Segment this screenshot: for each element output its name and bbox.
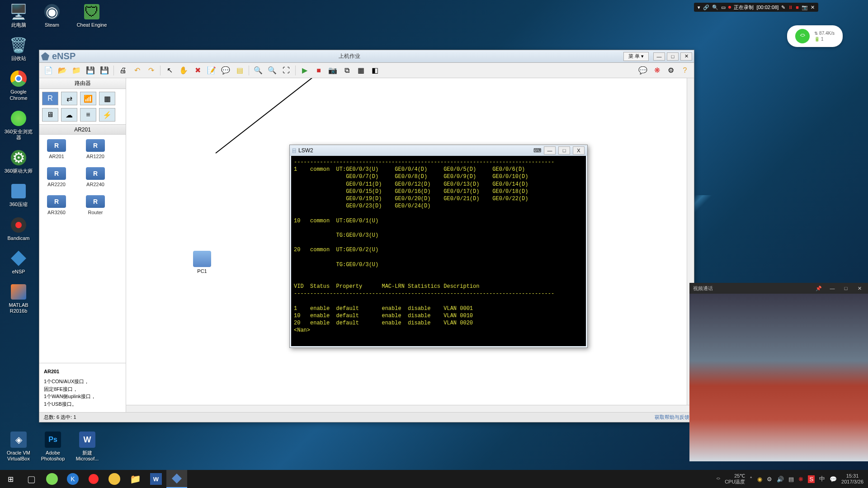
- open-icon[interactable]: 📂: [56, 65, 69, 76]
- tray-icon-2[interactable]: ⚙: [767, 476, 772, 483]
- taskbar-item-ensp[interactable]: [166, 470, 187, 488]
- new-icon[interactable]: 📄: [42, 65, 55, 76]
- desktop-icon-steam[interactable]: ◉Steam: [36, 3, 68, 28]
- webcam-maximize-button[interactable]: □: [841, 286, 851, 291]
- terminal-output[interactable]: ----------------------------------------…: [291, 156, 586, 346]
- folder-icon[interactable]: 📁: [70, 65, 83, 76]
- desktop-icon-360zip[interactable]: 360压缩: [3, 182, 34, 207]
- taskbar-item-record[interactable]: [83, 470, 104, 488]
- topology-link[interactable]: [215, 78, 330, 154]
- close-button[interactable]: ✕: [680, 52, 692, 61]
- taskbar-item-ku[interactable]: K: [62, 470, 83, 488]
- keyboard-icon[interactable]: ⌨: [533, 147, 541, 154]
- taskbar-item-explorer[interactable]: 📁: [125, 470, 146, 488]
- topology-node-pc1[interactable]: PC1: [193, 251, 211, 274]
- desktop-icon-360browser[interactable]: 360安全浏览器: [3, 109, 34, 141]
- recording-bar[interactable]: ▾ 🔗 🔍 ▭ 正在录制 [00:02:08] ✎ ⏸ ■ 📷 ✕: [694, 3, 818, 12]
- device-ar2240[interactable]: RAR2240: [83, 167, 108, 187]
- desktop-icon-ensp[interactable]: eNSP: [3, 249, 34, 275]
- tray-icon-3[interactable]: ▤: [788, 476, 794, 483]
- desktop-icon-word[interactable]: W新建 Microsof...: [71, 431, 103, 462]
- custom-category-icon[interactable]: ⚡: [99, 108, 115, 122]
- network-widget[interactable]: ⌔ ⇅ 87.4K/s 🔋 1: [787, 25, 843, 47]
- device-ar3260[interactable]: RAR3260: [44, 195, 69, 215]
- device-ar201[interactable]: RAR201: [44, 139, 69, 159]
- text-icon[interactable]: 💬: [219, 65, 232, 76]
- topology-icon[interactable]: ⧉: [340, 65, 353, 76]
- desktop-icon-bandicam[interactable]: Bandicam: [3, 216, 34, 241]
- canvas-scrollbar-horizontal[interactable]: [126, 405, 694, 412]
- maximize-button[interactable]: □: [667, 52, 679, 61]
- desktop-icon-virtualbox[interactable]: ◈Oracle VM VirtualBox: [3, 431, 34, 462]
- pause-icon[interactable]: ⏸: [788, 5, 793, 10]
- hand-icon[interactable]: ✋: [177, 65, 190, 76]
- action-center-icon[interactable]: 💬: [830, 476, 837, 483]
- close-icon[interactable]: ✕: [811, 5, 815, 10]
- menu-button[interactable]: 菜 单 ▾: [623, 52, 649, 61]
- link-icon[interactable]: 🔗: [703, 5, 709, 10]
- cpu-temp-widget[interactable]: 25℃ CPU温度: [725, 473, 745, 485]
- tray-icon-4[interactable]: ❋: [798, 476, 803, 483]
- capture-icon[interactable]: 📷: [326, 65, 339, 76]
- desktop-icon-recycle[interactable]: 🗑️回收站: [3, 36, 34, 61]
- terminal-titlebar[interactable]: ⌸ LSW2 ⌨ — □ X: [290, 145, 587, 156]
- stop-icon[interactable]: ■: [312, 65, 325, 76]
- desktop-icon-photoshop[interactable]: PsAdobe Photoshop: [37, 431, 69, 462]
- router-category-icon[interactable]: R: [42, 92, 58, 105]
- switch-category-icon[interactable]: ⇄: [61, 92, 77, 105]
- print-icon[interactable]: 🖨: [117, 65, 129, 76]
- pencil-icon[interactable]: ✎: [781, 5, 785, 10]
- pc-category-icon[interactable]: 🖥: [42, 108, 58, 122]
- volume-icon[interactable]: 🔊: [777, 476, 784, 483]
- play-icon[interactable]: ▶: [298, 65, 311, 76]
- grid-icon[interactable]: ▦: [354, 65, 367, 76]
- device-router[interactable]: RRouter: [83, 195, 108, 215]
- ime-lang-icon[interactable]: 中: [819, 475, 825, 483]
- webcam-header[interactable]: 视频通话 📌 — □ ✕: [689, 283, 868, 294]
- redo-icon[interactable]: ↷: [145, 65, 157, 76]
- status-help-link[interactable]: 获取帮助与反馈: [655, 414, 689, 421]
- zoom-out-icon[interactable]: 🔍: [266, 65, 278, 76]
- desktop-icon-matlab[interactable]: MATLAB R2016b: [3, 283, 34, 314]
- save-icon[interactable]: 💾: [84, 65, 97, 76]
- chat-icon[interactable]: 💬: [637, 65, 649, 76]
- desktop-icon-chrome[interactable]: Google Chrome: [3, 70, 34, 101]
- task-view-button[interactable]: ▢: [21, 470, 42, 488]
- minimize-button[interactable]: —: [653, 52, 665, 61]
- ime-icon[interactable]: S: [808, 475, 815, 483]
- desktop-icon-cheatengine[interactable]: 🛡Cheat Engine: [76, 3, 108, 28]
- save-as-icon[interactable]: 💾: [98, 65, 111, 76]
- wifi-tray-icon[interactable]: ⌔: [717, 476, 720, 483]
- firewall-category-icon[interactable]: ▦: [99, 92, 115, 105]
- start-button[interactable]: ⊞: [0, 470, 21, 488]
- zoom-fit-icon[interactable]: ⛶: [280, 65, 292, 76]
- taskbar-clock[interactable]: 15:31 2017/3/26: [841, 473, 863, 485]
- palette-icon[interactable]: ▤: [233, 65, 246, 76]
- search-icon[interactable]: 🔍: [712, 5, 718, 10]
- pointer-icon[interactable]: ↖: [163, 65, 176, 76]
- help-icon[interactable]: ?: [679, 65, 691, 76]
- desktop-icon-360driver[interactable]: ⚙360驱动大师: [3, 149, 34, 174]
- webcam-minimize-button[interactable]: —: [827, 286, 837, 291]
- cloud-category-icon[interactable]: ☁: [61, 108, 77, 122]
- wlan-category-icon[interactable]: 📶: [80, 92, 96, 105]
- terminal-minimize-button[interactable]: —: [544, 146, 556, 155]
- tray-icon-1[interactable]: ◉: [757, 476, 762, 483]
- pin-icon[interactable]: 📌: [814, 286, 824, 291]
- huawei-icon[interactable]: ❋: [651, 65, 663, 76]
- screenshot-icon[interactable]: ◧: [368, 65, 381, 76]
- ensp-titlebar[interactable]: eNSP 上机作业 菜 单 ▾ — □ ✕: [39, 50, 694, 63]
- connection-category-icon[interactable]: ≡: [80, 108, 96, 122]
- stop-icon[interactable]: ■: [796, 5, 799, 10]
- device-ar2220[interactable]: RAR2220: [44, 167, 69, 187]
- taskbar-item-chat[interactable]: [104, 470, 125, 488]
- zoom-in-icon[interactable]: 🔍: [252, 65, 264, 76]
- terminal-maximize-button[interactable]: □: [558, 146, 570, 155]
- rect-icon[interactable]: ▭: [721, 5, 726, 10]
- camera-icon[interactable]: 📷: [802, 5, 808, 10]
- terminal-close-button[interactable]: X: [573, 146, 585, 155]
- delete-icon[interactable]: ✖: [191, 65, 204, 76]
- settings-icon[interactable]: ⚙: [665, 65, 677, 76]
- note-icon[interactable]: 📝: [205, 65, 218, 76]
- chevron-up-icon[interactable]: ˄: [750, 476, 753, 483]
